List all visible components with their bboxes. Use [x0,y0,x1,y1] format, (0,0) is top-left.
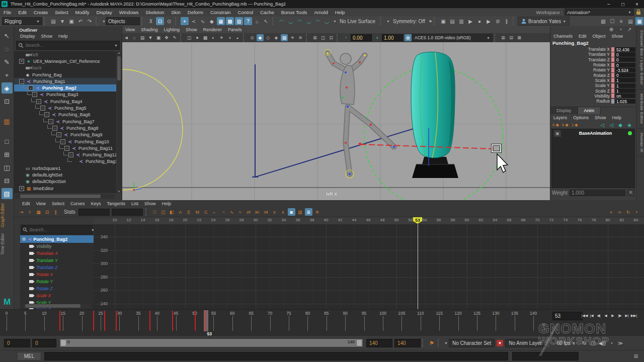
collapse-icon[interactable]: - [40,106,45,111]
graph-channel-visibility[interactable]: Visibility [20,243,94,250]
render-current-frame-icon[interactable]: ▶ [466,17,474,25]
user-account-chip[interactable]: Brandon Yates ▼ [518,17,570,26]
ik-fk-icon[interactable]: ◡ [305,17,313,25]
channel-value-field[interactable]: on [615,94,635,98]
channel-row-translate-x[interactable]: Translate X52.436 [550,47,636,52]
graph-channel-translate-z[interactable]: Translate Z [20,264,94,271]
gamma-icon[interactable]: ◑ [373,34,380,41]
outliner-item-back[interactable]: back [14,65,116,71]
new-scene-icon[interactable]: ▤ [49,17,57,25]
2d-pan-zoom-icon[interactable]: ✥ [163,34,170,41]
use-default-material-icon[interactable]: ◐ [210,34,217,41]
outliner-item-punching_bag1[interactable]: -≺Punching_Bag1 [14,78,116,84]
range-slider[interactable]: 0 140 [59,338,363,347]
antialias-icon[interactable]: ▧ [281,34,288,41]
menu-deform[interactable]: Deform [184,10,207,15]
layer-tab-anim[interactable]: Anim [578,107,601,114]
clamped-tangent-icon[interactable]: M [194,208,201,216]
shadows-icon[interactable]: ◑ [226,34,233,41]
viewport[interactable]: left X [122,42,550,200]
selection-lock-icon[interactable]: ⌂ [253,17,261,25]
menu-windows[interactable]: Windows [116,10,142,15]
range-end-handle[interactable] [356,339,362,346]
ipr-render-icon[interactable]: ● [475,17,484,25]
pause-icon[interactable]: ∥ [503,17,511,25]
break-tangents-icon[interactable]: ⋉ [254,208,261,216]
collapse-icon[interactable]: - [44,112,49,117]
collapse-icon[interactable]: - [36,99,41,104]
swap-buffer-icon[interactable]: ⇄ [245,208,253,216]
fullscreen-icon[interactable]: ⊠ [516,34,523,41]
script-editor-icon[interactable]: ⊞ [632,352,640,360]
outliner-item-timeeditor[interactable]: +▦timeEditor [14,185,116,192]
auto-tangent-icon[interactable]: A [177,208,184,216]
playback-end-field[interactable]: 140 [366,339,392,347]
playback-loop-icon[interactable]: ↻ [580,339,588,347]
outliner-item-punching_bag3[interactable]: -≺Punching_Bag3 [14,92,116,98]
value-snap-icon[interactable]: ▥ [296,208,304,216]
post-infinity-icon[interactable]: ∞ [616,208,623,216]
layer-counter-1[interactable]: 0 ◆ [562,123,569,127]
current-frame-field[interactable]: 53 [552,312,583,320]
viewport-menu-view[interactable]: View [122,27,138,32]
channel-value-field[interactable]: 1.025 [615,99,635,104]
linear-tangent-icon[interactable]: C [202,208,210,216]
graph-channel-rotate-x[interactable]: Rotate X [20,271,94,278]
graph-menu-show[interactable]: Show [141,201,159,206]
weight-value-field[interactable]: 1.000 [570,190,625,196]
lighting-all-icon[interactable]: ☀ [218,34,225,41]
panel-stack-toggle-icon[interactable]: ▦ [635,17,643,25]
channel-row-rotate-y[interactable]: Rotate Y-3.524 [550,67,636,72]
redo-icon[interactable]: ↷ [86,17,94,25]
outliner-item-punching_bag13[interactable]: ≺Punching_Bag13 [14,158,116,165]
scroll-thumb[interactable] [117,56,121,80]
collapse-icon[interactable]: - [48,119,53,124]
viewport-menu-panels[interactable]: Panels [225,27,245,32]
graph-channel-rotate-z[interactable]: Rotate Z [20,285,94,292]
open-scene-icon[interactable]: ▼ [58,17,66,25]
channel-value-field[interactable]: 52.436 [615,47,635,52]
film-gate-icon[interactable]: ◫ [319,34,327,41]
graph-channel-rotate-y[interactable]: Rotate Y [20,278,94,285]
objects-filter-dropdown[interactable]: Objects [106,17,140,25]
menu-create[interactable]: Create [30,10,52,15]
time-slider[interactable]: 0510152025303540455055606570758085909510… [0,309,644,335]
mannequin-character[interactable] [325,49,395,178]
snap-help-icon[interactable]: ? [244,17,252,25]
menu-skeleton[interactable]: Skeleton [142,10,168,15]
fps-dropdown[interactable]: 60 fps ▼ [554,339,579,347]
channel-value-field[interactable]: -3.524 [615,68,635,72]
construction-history-icon[interactable]: ◠ [296,17,304,25]
channelbox-menu-object[interactable]: Object [590,34,609,39]
no-live-surface-label[interactable]: No Live Surface [340,19,375,24]
layer-from-selected-icon[interactable]: ◈ [625,121,633,129]
xray-icon[interactable]: ◇ [265,34,272,41]
collapse-icon[interactable]: - [60,139,65,144]
center-current-time-icon[interactable]: ◧ [168,208,176,216]
mel-button[interactable]: MEL [17,352,41,360]
outliner-menu-display[interactable]: Display [17,34,38,39]
move-layer-down-icon[interactable]: ◁ [607,121,615,129]
outliner-menu-show[interactable]: Show [38,34,56,39]
gamma-field[interactable]: 1.00 [382,34,403,41]
menu-bonus-tools[interactable]: Bonus Tools [278,10,311,15]
outliner-item-punching_bag2[interactable]: -≺Punching_Bag2 [14,84,116,91]
layer-menu-help[interactable]: Help [609,115,625,120]
modeling-toolkit-toggle-icon[interactable]: ▤ [626,17,634,25]
collapse-icon[interactable]: - [19,79,24,84]
nurbs-circle-control[interactable] [122,69,183,190]
textured-icon[interactable]: ▩ [202,34,209,41]
frame-playback-icon[interactable]: ◫ [159,208,167,216]
channelbox-menu-channels[interactable]: Channels [550,34,576,39]
graph-menu-tangents[interactable]: Tangents [104,201,128,206]
maximize-button[interactable]: □ [616,0,630,8]
isolate-icon[interactable]: ⊙ [249,34,256,41]
graph-channel-translate-y[interactable]: Translate Y [20,257,94,264]
animation-start-field[interactable]: 0 [4,339,30,347]
graph-menu-list[interactable]: List [128,201,141,206]
spline-tangent-icon[interactable]: E [185,208,193,216]
side-tab-channel-box-layer-editor[interactable]: Channel Box / Layer Editor [636,26,644,89]
outliner-item-punching_bag8[interactable]: -≺Punching_Bag8 [14,125,116,131]
exposure-field[interactable]: 0.00 [351,34,372,41]
channel-row-visibility[interactable]: Visibilityon [550,94,636,99]
